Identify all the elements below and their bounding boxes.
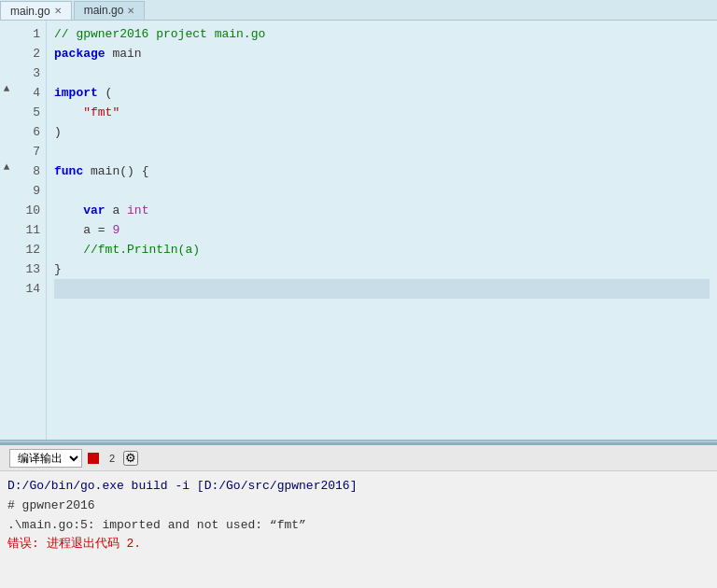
line-number: 2	[21, 44, 40, 63]
code-line: }	[54, 259, 710, 279]
tab-label-1: main.go	[10, 5, 50, 18]
line-number: 14	[21, 279, 40, 299]
tab-main-go-2[interactable]: main.go ✕	[74, 1, 146, 20]
code-line: "fmt"	[54, 103, 710, 122]
gutter-cell	[0, 256, 13, 275]
output-line: D:/Go/bin/go.exe build -i [D:/Go/src/gpw…	[7, 477, 710, 497]
code-line: package main	[54, 44, 710, 63]
tab-close-1[interactable]: ✕	[54, 6, 62, 16]
line-number: 9	[21, 181, 40, 201]
code-segment-normal: )	[54, 125, 62, 139]
line-numbers: 1234567891011121314	[13, 21, 47, 440]
code-line	[54, 63, 710, 83]
line-number: 13	[21, 259, 40, 279]
code-segment-package: package	[54, 47, 105, 61]
code-line: //fmt.Println(a)	[54, 240, 710, 259]
code-line	[54, 142, 710, 161]
code-segment-var: var	[83, 203, 105, 217]
code-segment-normal: main() {	[83, 164, 148, 178]
output-line: .\main.go:5: imported and not used: “fmt…	[7, 516, 710, 536]
bottom-toolbar: 编译输出 2 ⚙	[0, 445, 717, 471]
code-segment-normal: a =	[54, 223, 112, 237]
gutter-cell	[0, 119, 13, 138]
tab-label-2: main.go	[84, 4, 124, 17]
code-segment-normal	[54, 105, 83, 119]
stop-button[interactable]	[86, 451, 101, 466]
code-area[interactable]: // gpwner2016 project main.gopackage mai…	[47, 21, 717, 440]
bottom-panel: 编译输出 2 ⚙ D:/Go/bin/go.exe build -i [D:/G…	[0, 443, 717, 588]
line-number: 8	[21, 161, 40, 181]
code-segment-import: import	[54, 86, 98, 100]
gutter-cell	[0, 236, 13, 256]
gutter-cell: ▲	[0, 79, 13, 99]
gear-button[interactable]: ⚙	[123, 451, 138, 466]
line-number: 4	[21, 83, 40, 103]
code-segment-func: func	[54, 164, 83, 178]
gutter-cell	[0, 40, 13, 60]
code-segment-comment: // gpwner2016 project main.go	[54, 27, 265, 41]
gutter-cell	[0, 197, 13, 217]
code-segment-comment: //fmt.Println(a)	[54, 243, 200, 257]
code-line	[54, 279, 710, 299]
gutter-cell	[0, 217, 13, 236]
code-segment-number: 9	[112, 223, 120, 237]
gutter-cell	[0, 21, 13, 40]
code-segment-type: int	[127, 203, 148, 217]
gutter-cell	[0, 275, 13, 295]
line-number: 5	[21, 103, 40, 122]
line-number: 6	[21, 122, 40, 142]
stop-icon	[88, 453, 99, 464]
code-line: // gpwner2016 project main.go	[54, 24, 710, 44]
code-segment-normal: }	[54, 262, 62, 276]
gutter: ▲▲	[0, 21, 13, 440]
gutter-cell: ▲	[0, 158, 13, 177]
code-segment-normal: main	[105, 47, 142, 61]
gutter-cell	[0, 60, 13, 79]
code-segment-normal	[54, 203, 83, 217]
code-segment-normal: (	[98, 86, 113, 100]
code-line	[54, 181, 710, 201]
output-area: D:/Go/bin/go.exe build -i [D:/Go/src/gpw…	[0, 471, 717, 588]
code-segment-string: "fmt"	[83, 105, 120, 119]
line-number: 7	[21, 142, 40, 161]
code-line: var a int	[54, 201, 710, 220]
code-line: import (	[54, 83, 710, 103]
line-number: 12	[21, 240, 40, 259]
tab-close-2[interactable]: ✕	[127, 6, 134, 16]
line-number: 11	[21, 220, 40, 240]
output-line: # gpwner2016	[7, 497, 710, 516]
code-line: )	[54, 122, 710, 142]
num-button[interactable]: 2	[105, 451, 120, 466]
tab-main-go-1[interactable]: main.go ✕	[0, 1, 72, 20]
gutter-cell	[0, 99, 13, 119]
line-number: 1	[21, 24, 40, 44]
line-number: 10	[21, 201, 40, 220]
editor-container: ▲▲ 1234567891011121314 // gpwner2016 pro…	[0, 21, 717, 440]
line-number: 3	[21, 63, 40, 83]
code-segment-normal: a	[105, 203, 127, 217]
code-line: a = 9	[54, 220, 710, 240]
gutter-cell	[0, 138, 13, 158]
code-line: func main() {	[54, 161, 710, 181]
tab-bar: main.go ✕ main.go ✕	[0, 0, 717, 21]
gutter-cell	[0, 177, 13, 197]
output-type-select[interactable]: 编译输出	[9, 449, 82, 468]
output-line: 错误: 进程退出代码 2.	[7, 535, 710, 554]
